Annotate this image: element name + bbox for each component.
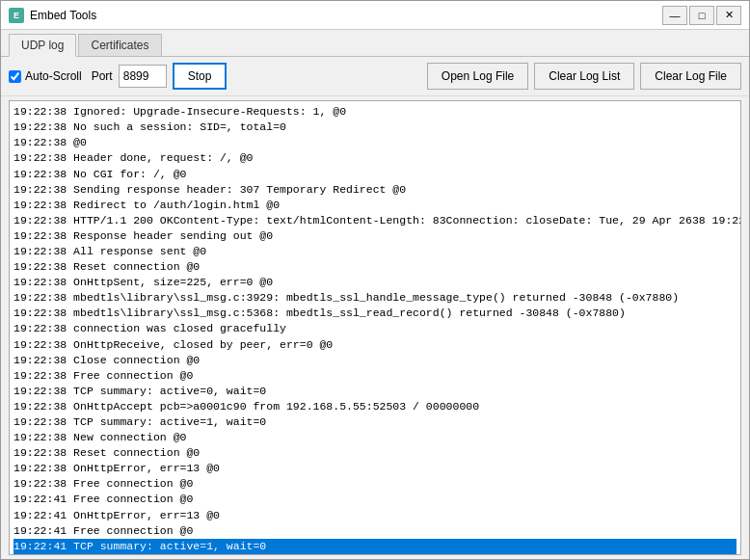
log-line[interactable]: 19:22:38 New connection @0	[13, 430, 737, 445]
log-line[interactable]: 19:22:38 Free connection @0	[13, 476, 737, 492]
port-input[interactable]	[119, 65, 167, 88]
log-line[interactable]: 19:22:41 OnHttpError, err=13 @0	[13, 508, 737, 523]
main-window: E Embed Tools — □ ✕ UDP log Certificates…	[0, 0, 750, 560]
title-bar: E Embed Tools — □ ✕	[1, 1, 749, 30]
log-line[interactable]: 19:22:38 Header done, request: /, @0	[13, 150, 737, 166]
window-title: Embed Tools	[30, 9, 96, 22]
log-line[interactable]: 19:22:38 Ignored: Upgrade-Insecure-Reque…	[13, 104, 737, 120]
close-button[interactable]: ✕	[716, 6, 741, 25]
autoscroll-checkbox[interactable]	[9, 70, 21, 83]
port-label: Port	[92, 69, 113, 83]
log-line[interactable]: 19:22:38 No CGI for: /, @0	[13, 167, 737, 182]
log-line[interactable]: 19:22:38 TCP summary: active=0, wait=0	[13, 384, 737, 399]
log-line[interactable]: 19:22:38 OnHttpError, err=13 @0	[13, 461, 737, 476]
log-line[interactable]: 19:22:38 OnHttpReceive, closed by peer, …	[13, 337, 737, 353]
log-line[interactable]: 19:22:38 Reset connection @0	[13, 259, 737, 275]
log-line[interactable]: 19:22:38 Response header sending out @0	[13, 228, 737, 244]
log-line[interactable]: 19:22:38 All response sent @0	[13, 244, 737, 259]
open-log-file-button[interactable]: Open Log File	[427, 63, 528, 90]
tab-certificates[interactable]: Certificates	[78, 34, 161, 56]
log-line[interactable]: 19:22:38 mbedtls\library\ssl_msg.c:5368:…	[13, 306, 737, 321]
log-line[interactable]: 19:22:38 connection was closed gracefull…	[13, 321, 737, 336]
log-line[interactable]: 19:22:38 No such a session: SID=, total=…	[13, 120, 737, 135]
minimize-button[interactable]: —	[662, 6, 687, 25]
log-line[interactable]: 19:22:38 Close connection @0	[13, 353, 737, 368]
log-line[interactable]: 19:22:38 OnHttpAccept pcb=>a0001c90 from…	[13, 399, 737, 414]
log-line[interactable]: 19:22:38 OnHttpSent, size=225, err=0 @0	[13, 275, 737, 290]
log-area[interactable]: 19:22:38 new request start tick: 3405403…	[9, 100, 741, 555]
log-line[interactable]: 19:22:38 Redirect to /auth/login.html @0	[13, 198, 737, 213]
log-line[interactable]: 19:22:38 TCP summary: active=1, wait=0	[13, 414, 737, 430]
log-line[interactable]: 19:22:38 Sending response header: 307 Te…	[13, 182, 737, 198]
tab-udp-log[interactable]: UDP log	[9, 34, 76, 57]
log-line[interactable]: 19:22:38 mbedtls\library\ssl_msg.c:3929:…	[13, 290, 737, 306]
log-line[interactable]: 19:22:41 Free connection @0	[13, 492, 737, 507]
maximize-button[interactable]: □	[689, 6, 714, 25]
clear-log-file-button[interactable]: Clear Log File	[640, 63, 741, 90]
log-line[interactable]: 19:22:38 Reset connection @0	[13, 445, 737, 461]
title-bar-left: E Embed Tools	[9, 8, 96, 23]
clear-log-list-button[interactable]: Clear Log List	[534, 63, 634, 90]
tab-bar: UDP log Certificates	[1, 30, 749, 57]
toolbar: Auto-Scroll Port Stop Open Log File Clea…	[1, 57, 749, 96]
autoscroll-label[interactable]: Auto-Scroll	[9, 69, 82, 83]
log-line[interactable]: 19:22:38 Free connection @0	[13, 368, 737, 384]
window-controls: — □ ✕	[662, 6, 741, 25]
log-line[interactable]: 19:22:41 TCP summary: active=1, wait=0	[13, 539, 737, 554]
app-icon: E	[9, 8, 24, 23]
log-line[interactable]: 19:22:41 Free connection @0	[13, 523, 737, 539]
stop-button[interactable]: Stop	[173, 63, 228, 90]
log-line[interactable]: 19:22:38 @0	[13, 135, 737, 150]
log-line[interactable]: 19:22:38 HTTP/1.1 200 OKContent-Type: te…	[13, 213, 737, 228]
